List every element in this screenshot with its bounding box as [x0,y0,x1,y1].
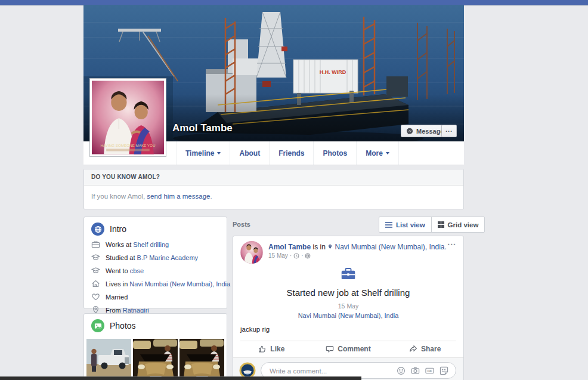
do-you-know-header: DO YOU KNOW AMOL? [84,169,463,186]
photo-thumb-car-1[interactable] [133,339,178,380]
tab-about[interactable]: About [230,141,269,165]
life-event-title: Started new job at Shelf drilling [233,288,463,298]
comment-bubble-icon [326,345,334,353]
list-view-button[interactable]: List view [379,217,431,232]
list-icon [385,222,392,228]
profile-name: Amol Tambe [172,122,233,134]
life-event-location-link[interactable]: Navi Mumbai (New Mumbai), India [298,312,399,319]
intro-relationship-item: Married [84,292,227,301]
window-bottom-edge [0,376,361,380]
grid-view-button[interactable]: Grid view [431,217,485,232]
camera-icon[interactable] [411,366,420,375]
intro-lives-item: Lives in Navi Mumbai (New Mumbai), India [84,279,227,288]
photo-thumb-truck[interactable] [86,339,131,380]
intro-school-item: Went to cbse [84,266,227,275]
messenger-icon [406,128,413,135]
current-city-link[interactable]: Navi Mumbai (New Mumbai), India [129,280,230,288]
life-event-date: 15 May [233,302,463,310]
school-link[interactable]: cbse [130,267,144,274]
comment-button[interactable]: Comment [310,341,387,357]
globe-icon [91,223,104,236]
grid-icon [438,221,444,228]
couple-photo-small [240,241,263,264]
tab-friends[interactable]: Friends [269,141,313,165]
view-toggle: List view Grid view [379,217,485,233]
share-button[interactable]: Share [386,341,463,357]
send-message-link[interactable]: send him a message [147,193,210,200]
graduation-cap-icon [91,266,100,275]
clock-icon [293,253,299,259]
do-you-know-body: If you know Amol, send him a message. [84,186,463,207]
tab-photos[interactable]: Photos [313,141,356,165]
chevron-down-icon [217,152,221,155]
home-icon [91,279,100,288]
photo-thumbnails [84,336,227,380]
workplace-link[interactable]: Shelf drilling [133,241,169,248]
graduation-cap-icon [91,253,100,262]
post-location-link[interactable]: Navi Mumbai (New Mumbai), India. [335,243,446,251]
sticker-icon[interactable] [440,366,448,375]
intro-studied-item: Studied at B.P Marine Academy [84,253,227,262]
facebook-profile-page: H.H. WIRD Amol Tambe Message ... [0,0,588,380]
intro-work-item: Works at Shelf drilling [84,240,227,249]
photos-icon [91,319,104,332]
gif-icon[interactable]: GIF [425,366,434,375]
tab-timeline[interactable]: Timeline [176,141,230,165]
photos-title: Photos [110,321,136,330]
post-author-link[interactable]: Amol Tambe [268,243,311,251]
heart-icon [91,292,100,301]
post-header-line: Amol Tambe is in Navi Mumbai (New Mumbai… [268,243,447,251]
ellipsis-icon: ... [445,126,453,133]
do-you-know-card: DO YOU KNOW AMOL? If you know Amol, send… [83,169,464,209]
chevron-down-icon [386,152,389,155]
post-date-link[interactable]: 15 May [268,252,288,259]
share-arrow-icon [409,345,417,353]
photos-card: Photos [83,313,227,380]
photo-thumb-car-2[interactable] [180,339,224,380]
cover-container-sign: H.H. WIRD [320,69,346,75]
privacy-globe-icon [305,253,311,259]
college-link[interactable]: B.P Marine Academy [137,254,199,261]
profile-more-options-button[interactable]: ... [441,125,457,137]
like-button[interactable]: Like [233,341,310,357]
intro-title: Intro [110,224,126,234]
post-author-avatar[interactable] [240,241,263,264]
thumbs-up-icon [258,345,267,353]
photo-caption-text: HAVING SOMEONE MAKE YOU [101,143,156,147]
hometown-link[interactable]: Ratnagiri [123,307,149,314]
briefcase-icon [91,240,100,249]
post-card: Amol Tambe is in Navi Mumbai (New Mumbai… [233,236,464,380]
life-event-block: Started new job at Shelf drilling 15 May… [233,267,463,320]
briefcase-life-event-icon [341,267,355,280]
intro-card: Intro Works at Shelf drilling Studied at… [83,217,227,309]
message-button-label: Message [416,128,444,135]
comment-composer-icons: GIF [397,366,448,375]
emoji-icon[interactable] [397,366,406,375]
post-timestamp: 15 May · · [268,252,311,259]
post-action-row: Like Comment Share [233,341,463,357]
posts-section-label: Posts [233,221,250,228]
post-message: jackup rig [240,326,270,333]
couple-photo: HAVING SOMEONE MAKE YOU [92,81,164,155]
svg-text:GIF: GIF [427,370,432,373]
post-options-button[interactable]: ... [447,237,456,247]
location-pin-icon [327,243,333,250]
tab-more[interactable]: More [356,141,399,165]
profile-picture[interactable]: HAVING SOMEONE MAKE YOU [89,78,166,157]
